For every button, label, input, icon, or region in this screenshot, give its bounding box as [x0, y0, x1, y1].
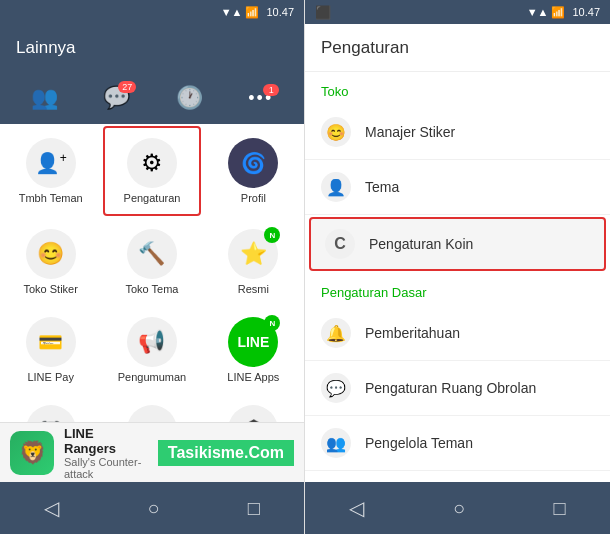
time-left: 10.47 [266, 6, 294, 18]
right-wifi-icon: 📶 [551, 6, 565, 19]
right-time: 10.47 [572, 6, 600, 18]
tema-label: Tema [365, 179, 399, 195]
line-apps-badge: N [264, 315, 280, 331]
grid-item-announcement[interactable]: 📢 Pengumuman [101, 306, 202, 394]
sticker-icon-wrap: 😊 [26, 229, 76, 279]
settings-item-manajer-stiker[interactable]: 😊 Manajer Stiker [305, 105, 610, 160]
line-games-icon-wrap: 🎮 [26, 405, 76, 422]
grid-item-sticker-shop[interactable]: 😊 Toko Stiker [0, 218, 101, 306]
sticker-label: Toko Stiker [23, 283, 77, 295]
free-coin-icon-wrap: C [127, 405, 177, 422]
tab-more[interactable]: ••• 1 [240, 84, 281, 113]
tab-friends[interactable]: 👥 [23, 81, 66, 115]
settings-item-pengelola-teman[interactable]: 👥 Pengelola Teman [305, 416, 610, 471]
banner-app-name: LINE Rangers [64, 426, 148, 456]
theme-label: Toko Tema [125, 283, 178, 295]
grid-item-free-coin[interactable]: C Koin Gratis [101, 394, 202, 422]
line-pay-icon: 💳 [38, 330, 63, 354]
right-status-left-icon: ⬛ [315, 5, 331, 20]
line-apps-icon-wrap: LINE N [228, 317, 278, 367]
grid-item-line-pay[interactable]: 💳 LINE Pay [0, 306, 101, 394]
koin-icon: C [325, 229, 355, 259]
theme-icon: 🔨 [138, 241, 165, 267]
grid-item-theme-shop[interactable]: 🔨 Toko Tema [101, 218, 202, 306]
history-icon: 🕐 [176, 85, 203, 111]
announcement-icon-wrap: 📢 [127, 317, 177, 367]
banner-text: LINE Rangers Sally's Counter-attack [64, 426, 148, 480]
back-button[interactable]: ◁ [28, 488, 75, 528]
section-header-dasar: Pengaturan Dasar [305, 273, 610, 306]
official-icon: ⭐ [240, 241, 267, 267]
grid-item-settings[interactable]: ⚙ Pengaturan [103, 126, 200, 216]
koin-label: Pengaturan Koin [369, 236, 473, 252]
more-badge: 1 [263, 84, 279, 96]
alumni-icon: 🎓 [240, 417, 267, 422]
friends-icon: 👥 [31, 85, 58, 111]
ruang-obrolan-icon: 💬 [321, 373, 351, 403]
manajer-stiker-icon: 😊 [321, 117, 351, 147]
pengelola-teman-icon: 👥 [321, 428, 351, 458]
left-top-nav: Lainnya [0, 24, 304, 72]
official-icon-wrap: ⭐ N [228, 229, 278, 279]
section-header-toko: Toko [305, 72, 610, 105]
add-friend-icon-wrap: 👤+ [26, 138, 76, 188]
left-bottom-nav: ◁ ○ □ [0, 482, 304, 534]
right-nav-title: Pengaturan [321, 38, 409, 58]
recents-button[interactable]: □ [232, 489, 276, 528]
right-top-nav: Pengaturan [305, 24, 610, 72]
right-back-button[interactable]: ◁ [333, 488, 380, 528]
ruang-obrolan-label: Pengaturan Ruang Obrolan [365, 380, 536, 396]
profile-icon: 🌀 [241, 151, 266, 175]
app-banner[interactable]: 🦁 LINE Rangers Sally's Counter-attack Ta… [0, 422, 304, 482]
settings-item-pemberitahuan[interactable]: 🔔 Pemberitahuan [305, 306, 610, 361]
add-friend-label: Tmbh Teman [19, 192, 83, 204]
pemberitahuan-icon: 🔔 [321, 318, 351, 348]
right-recents-button[interactable]: □ [538, 489, 582, 528]
line-apps-icon: LINE [237, 334, 269, 350]
theme-icon-wrap: 🔨 [127, 229, 177, 279]
watermark: Tasikisme.Com [158, 440, 294, 466]
grid-item-line-games[interactable]: 🎮 LINE Games [0, 394, 101, 422]
grid-item-add-friend[interactable]: 👤+ Tmbh Teman [0, 124, 101, 218]
right-bottom-nav: ◁ ○ □ [305, 482, 610, 534]
settings-item-ruang-obrolan[interactable]: 💬 Pengaturan Ruang Obrolan [305, 361, 610, 416]
right-status-icons: ▼▲ 📶 10.47 [527, 6, 600, 19]
right-signal-icon: ▼▲ [527, 6, 549, 18]
tema-icon: 👤 [321, 172, 351, 202]
left-status-icons: ▼▲ 📶 10.47 [221, 6, 294, 19]
right-home-button[interactable]: ○ [437, 489, 481, 528]
right-status-bar: ⬛ ▼▲ 📶 10.47 [305, 0, 610, 24]
line-apps-label: LINE Apps [227, 371, 279, 383]
manajer-stiker-label: Manajer Stiker [365, 124, 455, 140]
settings-content: Toko 😊 Manajer Stiker 👤 Tema C Pengatura… [305, 72, 610, 482]
alumni-icon-wrap: 🎓 [228, 405, 278, 422]
settings-item-pengaturan-koin[interactable]: C Pengaturan Koin [309, 217, 606, 271]
settings-icon: ⚙ [141, 149, 163, 177]
pengelola-teman-label: Pengelola Teman [365, 435, 473, 451]
settings-item-tema[interactable]: 👤 Tema [305, 160, 610, 215]
announcement-label: Pengumuman [118, 371, 187, 383]
grid-item-official[interactable]: ⭐ N Resmi [203, 218, 304, 306]
grid-item-alumni[interactable]: 🎓 Cari Alumni [203, 394, 304, 422]
home-button[interactable]: ○ [131, 489, 175, 528]
left-status-bar: ▼▲ 📶 10.47 [0, 0, 304, 24]
line-games-icon: 🎮 [37, 417, 64, 422]
settings-icon-wrap: ⚙ [127, 138, 177, 188]
tab-history[interactable]: 🕐 [168, 81, 211, 115]
profile-label: Profil [241, 192, 266, 204]
left-tab-bar: 👥 💬 27 🕐 ••• 1 [0, 72, 304, 124]
line-pay-label: LINE Pay [27, 371, 73, 383]
profile-icon-wrap: 🌀 [228, 138, 278, 188]
grid-item-line-apps[interactable]: LINE N LINE Apps [203, 306, 304, 394]
grid-item-profile[interactable]: 🌀 Profil [203, 124, 304, 218]
settings-label: Pengaturan [124, 192, 181, 204]
left-panel: ▼▲ 📶 10.47 Lainnya 👥 💬 27 🕐 ••• 1 👤+ [0, 0, 305, 534]
line-pay-icon-wrap: 💳 [26, 317, 76, 367]
tab-chats[interactable]: 💬 27 [95, 81, 138, 115]
grid-container: 👤+ Tmbh Teman ⚙ Pengaturan 🌀 Profil 😊 To… [0, 124, 304, 422]
free-coin-icon: C [145, 420, 158, 423]
sticker-icon: 😊 [37, 241, 64, 267]
signal-icon: ▼▲ [221, 6, 243, 18]
wifi-icon: 📶 [245, 6, 259, 19]
right-panel: ⬛ ▼▲ 📶 10.47 Pengaturan Toko 😊 Manajer S… [305, 0, 610, 534]
